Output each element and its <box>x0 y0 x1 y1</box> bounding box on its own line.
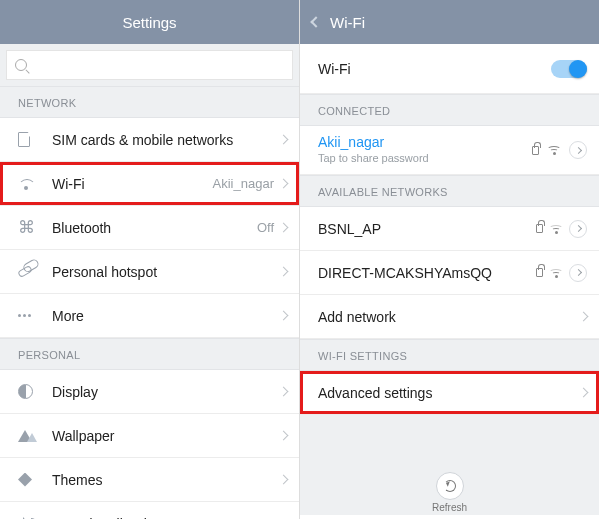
lock-icon <box>536 268 543 277</box>
network-ssid: DIRECT-MCAKSHYAmsQQ <box>318 265 530 281</box>
wifi-signal-icon <box>547 143 561 157</box>
lock-icon <box>532 146 539 155</box>
refresh-icon <box>444 480 456 492</box>
chevron-right-icon <box>279 135 289 145</box>
row-more[interactable]: More <box>0 294 299 338</box>
network-row[interactable]: DIRECT-MCAKSHYAmsQQ <box>300 251 599 295</box>
themes-icon <box>18 473 32 487</box>
section-header-network: NETWORK <box>0 86 299 118</box>
network-ssid: BSNL_AP <box>318 221 530 237</box>
wifi-title: Wi-Fi <box>330 14 365 31</box>
row-label: More <box>52 308 280 324</box>
row-value: Akii_nagar <box>213 176 274 191</box>
section-header-connected: CONNECTED <box>300 94 599 126</box>
connected-network[interactable]: Akii_nagar Tap to share password <box>300 126 599 175</box>
row-bluetooth[interactable]: ⌘ Bluetooth Off <box>0 206 299 250</box>
search-input[interactable] <box>6 50 293 80</box>
row-wallpaper[interactable]: Wallpaper <box>0 414 299 458</box>
details-button[interactable] <box>569 141 587 159</box>
display-icon <box>18 384 33 399</box>
back-icon[interactable] <box>310 16 321 27</box>
wifi-signal-icon <box>549 222 563 236</box>
wifi-icon <box>18 178 34 190</box>
refresh-control[interactable]: Refresh <box>300 472 599 513</box>
wifi-header: Wi-Fi <box>300 0 599 44</box>
section-header-available: AVAILABLE NETWORKS <box>300 175 599 207</box>
row-label: Display <box>52 384 280 400</box>
row-label: Bluetooth <box>52 220 257 236</box>
wifi-master-toggle-row[interactable]: Wi-Fi <box>300 44 599 94</box>
wifi-toggle[interactable] <box>551 60 587 78</box>
more-icon <box>18 314 31 317</box>
settings-header: Settings <box>0 0 299 44</box>
wifi-signal-icon <box>549 266 563 280</box>
row-themes[interactable]: Themes <box>0 458 299 502</box>
chevron-right-icon <box>279 267 289 277</box>
row-label: Personal hotspot <box>52 264 280 280</box>
bluetooth-icon: ⌘ <box>18 219 35 236</box>
row-label: Wi-Fi <box>318 61 545 77</box>
chevron-right-icon <box>279 311 289 321</box>
settings-title: Settings <box>122 14 176 31</box>
row-label: Themes <box>52 472 280 488</box>
chevron-right-icon <box>279 179 289 189</box>
section-header-wifi-settings: WI-FI SETTINGS <box>300 339 599 371</box>
add-network-row[interactable]: Add network <box>300 295 599 339</box>
chevron-right-icon <box>279 431 289 441</box>
row-label: SIM cards & mobile networks <box>52 132 280 148</box>
row-wifi[interactable]: Wi-Fi Akii_nagar <box>0 162 299 206</box>
row-value: Off <box>257 220 274 235</box>
row-label: Advanced settings <box>318 385 574 401</box>
row-display[interactable]: Display <box>0 370 299 414</box>
details-button[interactable] <box>569 264 587 282</box>
row-sim-cards[interactable]: SIM cards & mobile networks <box>0 118 299 162</box>
chevron-right-icon <box>579 312 589 322</box>
row-hotspot[interactable]: Personal hotspot <box>0 250 299 294</box>
network-row[interactable]: BSNL_AP <box>300 207 599 251</box>
row-label: Add network <box>318 309 574 325</box>
refresh-button[interactable] <box>436 472 464 500</box>
row-label: Wallpaper <box>52 428 280 444</box>
lock-icon <box>536 224 543 233</box>
row-label: Wi-Fi <box>52 176 213 192</box>
refresh-label: Refresh <box>432 502 467 513</box>
search-icon <box>15 59 27 71</box>
hotspot-icon <box>17 265 33 278</box>
row-sound[interactable]: Sound & vibration <box>0 502 299 519</box>
chevron-right-icon <box>279 223 289 233</box>
wallpaper-icon <box>18 430 32 442</box>
advanced-settings-row[interactable]: Advanced settings <box>300 371 599 415</box>
chevron-right-icon <box>579 388 589 398</box>
section-header-personal: PERSONAL <box>0 338 299 370</box>
details-button[interactable] <box>569 220 587 238</box>
chevron-right-icon <box>279 387 289 397</box>
sim-icon <box>18 132 30 147</box>
chevron-right-icon <box>279 475 289 485</box>
search-bar-wrap <box>0 44 299 86</box>
